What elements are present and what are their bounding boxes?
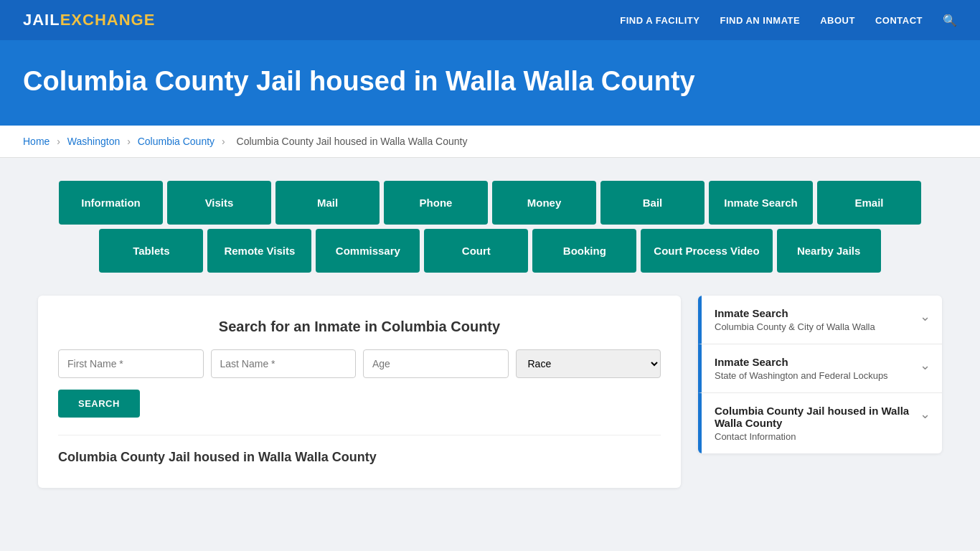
search-fields: Race White Black Hispanic Asian Other <box>58 349 661 378</box>
breadcrumb-sep1: › <box>57 136 60 147</box>
sidebar-item-contact-info[interactable]: Columbia County Jail housed in Walla Wal… <box>698 393 942 453</box>
breadcrumb-sep2: › <box>127 136 131 147</box>
nav-about[interactable]: ABOUT <box>820 15 855 26</box>
two-col-layout: Search for an Inmate in Columbia County … <box>38 296 942 488</box>
btn-remote-visits[interactable]: Remote Visits <box>207 229 311 273</box>
breadcrumb-current: Columbia County Jail housed in Walla Wal… <box>237 136 468 147</box>
btn-inmate-search[interactable]: Inmate Search <box>709 181 813 225</box>
left-panel: Search for an Inmate in Columbia County … <box>38 296 681 488</box>
search-icon[interactable]: 🔍 <box>943 14 957 27</box>
btn-commissary[interactable]: Commissary <box>316 229 420 273</box>
btn-booking[interactable]: Booking <box>532 229 636 273</box>
search-section-title: Search for an Inmate in Columbia County <box>58 319 661 335</box>
nav-links: FIND A FACILITY FIND AN INMATE ABOUT CON… <box>620 14 957 27</box>
btn-information[interactable]: Information <box>59 181 163 225</box>
breadcrumb-home[interactable]: Home <box>23 136 50 147</box>
sidebar-subtitle-2: State of Washington and Federal Lockups <box>715 370 888 381</box>
content-wrapper: Information Visits Mail Phone Money Bail… <box>24 158 956 511</box>
btn-mail[interactable]: Mail <box>275 181 380 225</box>
main-nav: JAILEXCHANGE FIND A FACILITY FIND AN INM… <box>0 0 980 40</box>
race-select[interactable]: Race White Black Hispanic Asian Other <box>516 349 661 378</box>
btn-court[interactable]: Court <box>424 229 528 273</box>
btn-bail[interactable]: Bail <box>600 181 705 225</box>
sidebar-item-inmate-search-state[interactable]: Inmate Search State of Washington and Fe… <box>698 344 942 393</box>
nav-find-facility[interactable]: FIND A FACILITY <box>620 15 699 26</box>
age-input[interactable] <box>363 349 509 378</box>
breadcrumb-sep3: › <box>222 136 225 147</box>
sidebar-title-1: Inmate Search <box>715 307 875 319</box>
nav-find-inmate[interactable]: FIND AN INMATE <box>720 15 800 26</box>
sidebar-item-inmate-search-columbia[interactable]: Inmate Search Columbia County & City of … <box>698 296 942 344</box>
chevron-down-icon-1: ⌄ <box>920 309 930 324</box>
left-panel-bottom: Columbia County Jail housed in Walla Wal… <box>58 435 661 465</box>
breadcrumb: Home › Washington › Columbia County › Co… <box>0 126 980 158</box>
sidebar-subtitle-1: Columbia County & City of Walla Walla <box>715 321 875 332</box>
btn-email[interactable]: Email <box>817 181 921 225</box>
breadcrumb-columbia-county[interactable]: Columbia County <box>138 136 215 147</box>
btn-tablets[interactable]: Tablets <box>99 229 203 273</box>
breadcrumb-washington[interactable]: Washington <box>67 136 120 147</box>
hero-title: Columbia County Jail housed in Walla Wal… <box>23 66 812 97</box>
last-name-input[interactable] <box>211 349 357 378</box>
bottom-section-title: Columbia County Jail housed in Walla Wal… <box>58 450 661 465</box>
nav-contact[interactable]: CONTACT <box>875 15 923 26</box>
btn-court-process-video[interactable]: Court Process Video <box>641 229 772 273</box>
btn-nearby-jails[interactable]: Nearby Jails <box>777 229 881 273</box>
sidebar-subtitle-3: Contact Information <box>715 431 920 442</box>
logo[interactable]: JAILEXCHANGE <box>23 11 155 29</box>
sidebar-title-3: Columbia County Jail housed in Walla Wal… <box>715 405 920 429</box>
btn-visits[interactable]: Visits <box>167 181 271 225</box>
chevron-down-icon-2: ⌄ <box>920 357 930 373</box>
first-name-input[interactable] <box>58 349 204 378</box>
sidebar-title-2: Inmate Search <box>715 356 888 368</box>
search-button[interactable]: SEARCH <box>58 390 140 418</box>
hero-section: Columbia County Jail housed in Walla Wal… <box>0 40 980 126</box>
btn-phone[interactable]: Phone <box>384 181 488 225</box>
button-grid: Information Visits Mail Phone Money Bail… <box>38 181 942 273</box>
chevron-down-icon-3: ⌄ <box>920 406 930 422</box>
btn-money[interactable]: Money <box>492 181 596 225</box>
right-panel: Inmate Search Columbia County & City of … <box>698 296 942 453</box>
